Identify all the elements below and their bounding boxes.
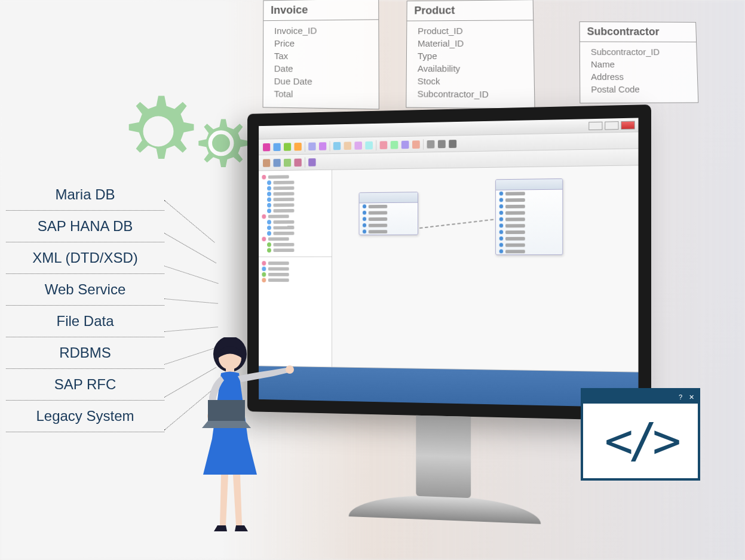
toolbar-icon (438, 140, 446, 148)
separator (423, 139, 424, 149)
entity-box (495, 179, 563, 255)
toolbar-icon (449, 140, 456, 148)
toolbar-icon (354, 141, 362, 150)
data-source-item: SAP HANA DB (6, 211, 164, 242)
schema-field: Postal Code (591, 83, 691, 96)
separator (305, 157, 305, 167)
schema-field: Address (591, 70, 690, 83)
toolbar-icon (274, 159, 281, 167)
code-titlebar: ? ✕ (583, 390, 698, 404)
toolbar-icon (391, 140, 398, 149)
schema-field: Price (274, 36, 371, 50)
schema-field: Subcontractor_ID (591, 45, 690, 58)
schema-title: Invoice (263, 0, 378, 21)
schema-product: Product Product_ID Material_ID Type Avai… (406, 0, 535, 109)
close-icon (621, 121, 634, 129)
data-source-item: SAP RFC (6, 369, 164, 401)
toolbar-icon (427, 140, 435, 148)
schema-field: Material_ID (418, 37, 526, 50)
schema-invoice: Invoice Invoice_ID Price Tax Date Due Da… (263, 0, 379, 109)
toolbar-icon (333, 141, 341, 150)
toolbar-icon (284, 158, 291, 166)
schema-field: Invoice_ID (274, 24, 371, 37)
help-icon: ? (676, 393, 685, 401)
toolbar-icon (263, 159, 270, 167)
code-symbol: </> (583, 404, 698, 478)
schema-title: Product (407, 0, 533, 21)
monitor-screen (259, 118, 638, 407)
schema-field: Type (418, 50, 526, 62)
toolbar-icon (284, 143, 291, 150)
schema-field: Name (591, 58, 690, 70)
data-source-item: XML (DTD/XSD) (6, 242, 164, 274)
separator (376, 140, 376, 150)
schema-field: Product_ID (418, 24, 526, 37)
data-source-item: RDBMS (6, 337, 164, 369)
toolbar-icon (319, 142, 326, 150)
schema-field: Date (274, 62, 371, 75)
schema-field: Subcontractor_ID (418, 87, 527, 101)
code-window: ? ✕ </> (581, 388, 700, 481)
schema-subcontractor: Subcontractor Subcontractor_ID Name Addr… (580, 21, 699, 103)
toolbar-icon (308, 158, 315, 166)
toolbar-icon (274, 143, 281, 150)
toolbar-icon (380, 141, 388, 149)
data-source-item: File Data (6, 306, 164, 337)
toolbar-icon (294, 158, 301, 166)
separator (305, 141, 305, 152)
schema-field: Stock (418, 75, 527, 88)
data-source-item: Legacy System (6, 401, 164, 432)
data-source-item: Web Service (6, 274, 164, 306)
schema-title: Subcontractor (580, 22, 697, 42)
data-source-list: Maria DB SAP HANA DB XML (DTD/XSD) Web S… (6, 179, 164, 432)
entity-box (359, 192, 418, 235)
minimize-icon (588, 121, 602, 130)
close-icon: ✕ (687, 393, 695, 401)
connection-line (419, 219, 493, 229)
toolbar-icon (308, 142, 315, 150)
person-illustration (191, 337, 311, 540)
toolbar-icon (263, 143, 270, 151)
svg-point-5 (286, 365, 294, 374)
data-source-item: Maria DB (6, 179, 164, 211)
schema-field: Due Date (274, 75, 371, 88)
toolbar-icon (365, 141, 373, 149)
schema-field: Availability (418, 62, 526, 75)
schema-field: Tax (274, 50, 371, 63)
separator (330, 141, 330, 151)
toolbar-icon (401, 140, 409, 149)
maximize-icon (605, 121, 618, 130)
toolbar-icon (344, 141, 351, 150)
monitor-stand (416, 416, 471, 498)
toolbar-icon (294, 143, 301, 150)
toolbar-icon (412, 140, 420, 149)
schema-field: Total (274, 87, 372, 101)
